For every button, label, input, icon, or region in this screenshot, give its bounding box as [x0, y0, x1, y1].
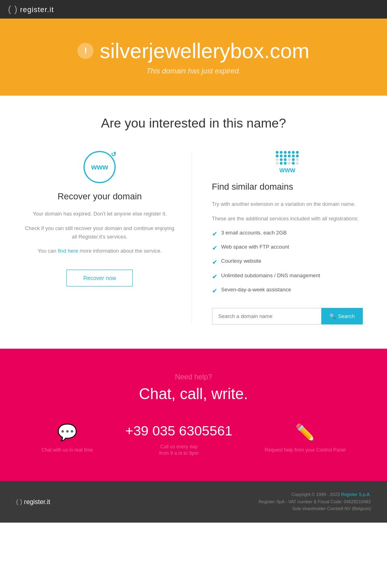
recover-heading: Recover your domain — [24, 191, 175, 202]
list-item: ✔ 3 email accounts, each 2GB — [212, 229, 363, 239]
contact-help-item[interactable]: ✏️ Request help from your Control Panel — [264, 423, 345, 457]
chat-icon: 💬 — [57, 423, 77, 442]
footer-logo: ( ) register.it — [16, 498, 50, 506]
two-column-layout: www ↺ Recover your domain Your domain ha… — [16, 151, 371, 324]
logo: ( ) register.it — [8, 4, 54, 15]
recover-now-button[interactable]: Recover now — [67, 270, 133, 287]
features-list: ✔ 3 email accounts, each 2GB ✔ Web space… — [212, 229, 363, 296]
chat-help-item[interactable]: 💬 Chat with us in real time — [42, 423, 93, 457]
domain-search-input[interactable] — [212, 308, 321, 324]
www-circle-icon: www ↺ — [83, 151, 116, 183]
recover-column: www ↺ Recover your domain Your domain ha… — [16, 151, 192, 324]
domain-name: silverjewellerybox.com — [100, 39, 309, 63]
find-here-link[interactable]: find here — [58, 248, 78, 254]
chat-label: Chat with us in real time — [42, 447, 93, 454]
help-icons-row: 💬 Chat with us in real time +39 035 6305… — [8, 423, 379, 457]
main-content: Are you interested in this name? www ↺ R… — [0, 96, 387, 349]
find-domains-desc2: These are the additional services includ… — [212, 215, 363, 223]
contact-label: Request help from your Control Panel — [264, 447, 345, 454]
hero-banner: ! silverjewellerybox.com This domain has… — [0, 19, 387, 96]
check-icon: ✔ — [212, 244, 217, 253]
search-button[interactable]: 🔍 Search — [321, 308, 363, 324]
www-recover-icon: www ↺ — [24, 151, 175, 183]
phone-help-item: +39 035 6305561 Call us every dayfrom 9 … — [125, 423, 233, 457]
domain-search-area: 🔍 Search — [212, 308, 363, 324]
hero-title-container: ! silverjewellerybox.com — [8, 39, 379, 63]
search-icon: 🔍 — [329, 313, 336, 319]
arrow-icon: ↺ — [111, 151, 116, 158]
find-domains-desc1: Try with another extension or a variatio… — [212, 200, 363, 209]
list-item: ✔ Seven-day-a-week assistance — [212, 286, 363, 295]
list-item: ✔ Web space with FTP account — [212, 243, 363, 253]
footer-copyright: Copyright © 1999 - 2023 Register S.p.A. … — [258, 491, 371, 513]
recover-desc1: Your domain has expired. Don't let anyon… — [24, 210, 175, 218]
top-navigation: ( ) register.it — [0, 0, 387, 19]
phone-sublabel: Call us every dayfrom 9 a.m to 9pm — [159, 444, 198, 457]
find-domains-heading: Find similar domains — [212, 182, 363, 192]
www-grid-icon: WWW — [212, 151, 363, 174]
register-spa-link[interactable]: Register S.p.A. — [341, 492, 371, 497]
help-label: Need help? — [8, 373, 379, 381]
phone-number: +39 035 6305561 — [125, 423, 233, 439]
help-section: Need help? Chat, call, write. 💬 Chat wit… — [0, 349, 387, 481]
recover-desc2: Check if you can still recover your doma… — [24, 224, 175, 241]
list-item: ✔ Unlimited subdomains / DNS management — [212, 272, 363, 281]
hero-subtitle: This domain has just expired. — [8, 67, 379, 75]
www-label: WWW — [279, 167, 295, 174]
pencil-icon: ✏️ — [295, 423, 315, 442]
check-icon: ✔ — [212, 230, 217, 239]
help-title: Chat, call, write. — [8, 385, 379, 403]
check-icon: ✔ — [212, 287, 217, 295]
check-icon: ✔ — [212, 272, 217, 281]
recover-desc3: You can find here more information about… — [24, 247, 175, 255]
footer: ( ) register.it Copyright © 1999 - 2023 … — [0, 481, 387, 523]
info-icon: ! — [77, 43, 94, 59]
section-title: Are you interested in this name? — [8, 116, 379, 131]
find-domains-column: WWW Find similar domains Try with anothe… — [192, 151, 371, 324]
check-icon: ✔ — [212, 258, 217, 267]
list-item: ✔ Courtesy website — [212, 257, 363, 267]
